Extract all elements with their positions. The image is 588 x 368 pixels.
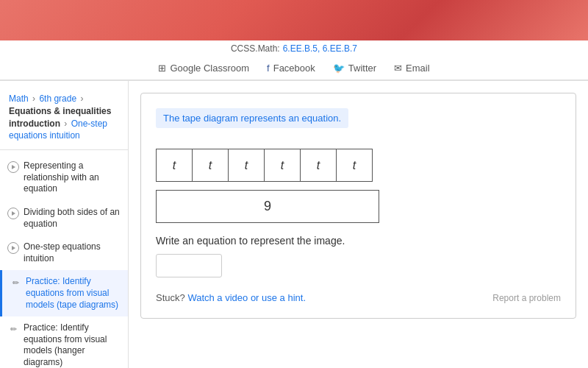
ccss-links[interactable]: 6.EE.B.5, 6.EE.B.7 bbox=[283, 43, 357, 54]
tape-cell-4: t bbox=[264, 149, 301, 182]
sidebar-label-practice-hanger: Practice: Identify equations from visual… bbox=[24, 322, 121, 368]
sidebar-label-dividing: Dividing both sides of an equation bbox=[24, 207, 121, 230]
exercise-hint: The tape diagram represents an equation. bbox=[156, 108, 348, 128]
facebook-icon: f bbox=[267, 63, 270, 74]
breadcrumb-grade[interactable]: 6th grade bbox=[39, 93, 76, 104]
pencil-icon-tape: ✏ bbox=[10, 277, 21, 289]
hint-link[interactable]: Watch a video or use a hint. bbox=[187, 292, 306, 303]
twitter-label: Twitter bbox=[348, 63, 376, 74]
google-classroom-icon: ⊞ bbox=[158, 63, 166, 74]
tape-cell-3: t bbox=[228, 149, 265, 182]
email-link[interactable]: ✉ Email bbox=[394, 63, 430, 74]
classroom-label: Google Classroom bbox=[170, 63, 249, 74]
sidebar-label-intuition: One-step equations intuition bbox=[24, 241, 121, 264]
breadcrumb: Math › 6th grade › Equations & inequalit… bbox=[0, 87, 128, 145]
stuck-row: Stuck? Watch a video or use a hint. Repo… bbox=[156, 292, 561, 303]
twitter-icon: 🐦 bbox=[333, 63, 345, 74]
sidebar-label-practice-tape: Practice: Identify equations from visual… bbox=[26, 276, 121, 311]
tape-diagram-container: t t t t t t 9 bbox=[156, 149, 561, 223]
stuck-section: Stuck? Watch a video or use a hint. bbox=[156, 292, 306, 303]
content-area: The tape diagram represents an equation.… bbox=[129, 81, 588, 368]
tape-total-value: 9 bbox=[264, 199, 271, 214]
sidebar-divider bbox=[0, 149, 128, 150]
tape-cell-2: t bbox=[192, 149, 229, 182]
breadcrumb-math[interactable]: Math bbox=[9, 93, 29, 104]
tape-cell-1: t bbox=[156, 149, 193, 182]
sidebar-item-practice-tape[interactable]: ✏ Practice: Identify equations from visu… bbox=[0, 270, 128, 316]
facebook-label: Facebook bbox=[273, 63, 315, 74]
tape-diagram-top: t t t t t t bbox=[156, 149, 372, 182]
sidebar-item-intuition[interactable]: One-step equations intuition bbox=[0, 236, 128, 270]
sidebar-item-dividing[interactable]: Dividing both sides of an equation bbox=[0, 201, 128, 236]
tape-total: 9 bbox=[156, 190, 379, 223]
sidebar-item-representing[interactable]: Representing a relationship with an equa… bbox=[0, 155, 128, 201]
share-bar: ⊞ Google Classroom f Facebook 🐦 Twitter … bbox=[0, 57, 588, 80]
stuck-text: Stuck? bbox=[156, 292, 185, 303]
write-equation-label: Write an equation to represent the image… bbox=[156, 235, 561, 247]
email-icon: ✉ bbox=[394, 63, 402, 74]
twitter-link[interactable]: 🐦 Twitter bbox=[333, 63, 376, 74]
sidebar-label-representing: Representing a relationship with an equa… bbox=[24, 160, 121, 195]
play-icon-intuition bbox=[7, 242, 19, 254]
facebook-link[interactable]: f Facebook bbox=[267, 63, 315, 74]
email-label: Email bbox=[406, 63, 430, 74]
sidebar: Math › 6th grade › Equations & inequalit… bbox=[0, 81, 129, 368]
top-banner bbox=[0, 0, 588, 40]
equation-input[interactable] bbox=[156, 254, 222, 277]
tape-cell-6: t bbox=[336, 149, 373, 182]
exercise-box: The tape diagram represents an equation.… bbox=[140, 93, 576, 319]
tape-cell-5: t bbox=[300, 149, 337, 182]
main-layout: Math › 6th grade › Equations & inequalit… bbox=[0, 81, 588, 368]
sidebar-item-practice-hanger[interactable]: ✏ Practice: Identify equations from visu… bbox=[0, 316, 128, 368]
pencil-icon-hanger: ✏ bbox=[7, 323, 19, 335]
play-icon-dividing bbox=[7, 208, 19, 219]
ccss-label: CCSS.Math: bbox=[231, 43, 280, 54]
report-problem[interactable]: Report a problem bbox=[492, 293, 561, 303]
google-classroom-link[interactable]: ⊞ Google Classroom bbox=[158, 63, 249, 74]
play-icon-representing bbox=[7, 161, 19, 173]
